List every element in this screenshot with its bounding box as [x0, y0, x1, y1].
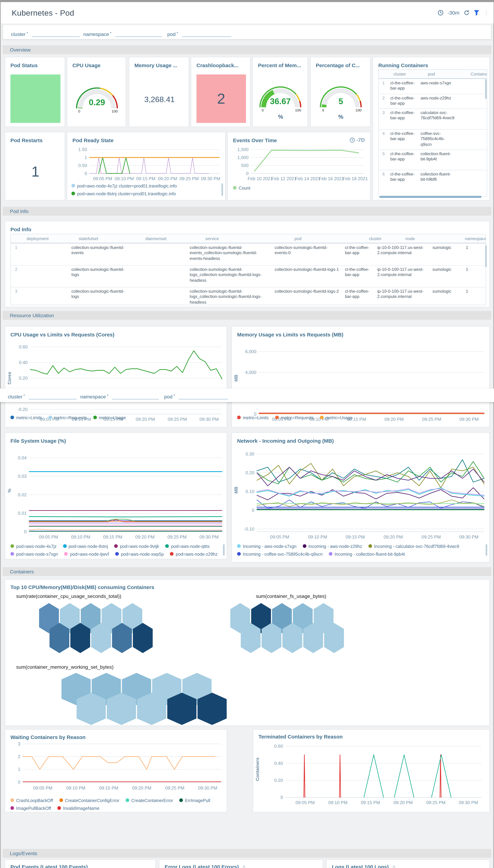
waiting-containers-chart[interactable]: 321009:05 PM09:10 PM09:15 PM09:20 PM09:2…: [6, 737, 227, 795]
time-range-label[interactable]: -30m: [448, 10, 459, 16]
pod-ready-chart[interactable]: 1.5010.50009:05 PM09:10 PM09:15 PM09:20 …: [69, 145, 224, 185]
legend-item[interactable]: pod=aws-node-8stnj cluster=prod01.travel…: [71, 191, 176, 196]
hexagon-cell[interactable]: [167, 693, 196, 725]
hexagon-cell[interactable]: [282, 623, 302, 653]
file-system-usage-chart[interactable]: 0.040.030.020.01009:05 PM09:10 PM09:15 P…: [6, 445, 227, 542]
cpu-usage-gauge[interactable]: 0.290100: [75, 82, 119, 114]
legend-item[interactable]: [329, 559, 333, 560]
vertical-scrollbar[interactable]: [221, 183, 223, 196]
hexagon-cell[interactable]: [50, 623, 69, 653]
terminated-containers-chart[interactable]: 0.600.400.20009:05 PM09:10 PM09:15 PM09:…: [254, 738, 488, 811]
column-header[interactable]: daemonset: [143, 234, 203, 243]
legend-item[interactable]: pod=aws-node-s7xgn: [11, 551, 58, 557]
column-header[interactable]: cluster: [367, 234, 403, 243]
column-header[interactable]: deployment: [24, 234, 77, 243]
network-chart[interactable]: 0.300.200.100-0.1009:05 PM09:10 PM09:15 …: [233, 445, 489, 542]
memory-vs-limits-chart[interactable]: 6,0004,0002,000009:05 PM09:10 PM09:15 PM…: [233, 338, 489, 428]
table-row[interactable]: 2cl-the-coffee-bar-appaws-node-z29hz: [379, 94, 487, 108]
hexagon-cell[interactable]: [303, 623, 323, 653]
hexagon-cell[interactable]: [241, 623, 261, 653]
column-header[interactable]: statefulset: [77, 234, 143, 243]
legend-item[interactable]: Incoming - collection-fluent-bit-h9bf6: [237, 559, 313, 560]
table-row[interactable]: 1collection-sumologic-fluentd-eventscoll…: [11, 243, 486, 265]
legend-item[interactable]: [319, 559, 323, 560]
clock-icon[interactable]: [438, 10, 443, 16]
vertical-scrollbar[interactable]: [223, 544, 225, 556]
legend-item[interactable]: CreateContainerError: [126, 797, 173, 803]
legend-item[interactable]: CrashLoopBackOff: [11, 797, 53, 803]
legend-item[interactable]: pod=aws-node-4x7jz: [11, 543, 57, 549]
hexagon-cell[interactable]: [324, 623, 344, 653]
panel-title: Pod Info: [11, 226, 31, 232]
column-header[interactable]: Containe: [469, 70, 487, 78]
legend-item[interactable]: InvalidImageName: [57, 805, 99, 811]
legend-item[interactable]: Incoming - calculator-svc-76cdf7fd69-4vw…: [368, 543, 459, 549]
vertical-scrollbar[interactable]: [485, 79, 487, 99]
kebab-menu-icon[interactable]: ⋮: [483, 9, 489, 16]
hexagon-cell[interactable]: [112, 623, 132, 653]
pod-input[interactable]: [178, 393, 228, 399]
legend-item[interactable]: ImagePullBackOff: [11, 805, 51, 811]
legend-item[interactable]: pod=aws-node-8stnj: [63, 543, 108, 549]
legend-item[interactable]: Incoming - coffee-svc-75895c4c4b-q9scn: [237, 551, 323, 557]
events-over-time-chart[interactable]: 1,5001,0005000Feb 10 2021Feb 12 2021Feb …: [229, 145, 369, 185]
column-header[interactable]: pod: [426, 70, 469, 78]
panel-time-override[interactable]: -7D: [350, 137, 365, 143]
legend-item[interactable]: pod=aws-node-z29hz: [170, 551, 217, 557]
vertical-scrollbar[interactable]: [486, 544, 488, 556]
horizontal-scrollbar[interactable]: [379, 196, 481, 198]
table-row[interactable]: 5cl-the-coffee-bar-appcollection-fluent-…: [379, 150, 487, 170]
column-header[interactable]: node: [403, 234, 463, 243]
legend-item[interactable]: pod=aws-node-tjwvf: [64, 551, 109, 557]
legend-item[interactable]: Incoming - aws-node-z29hz: [303, 543, 362, 549]
table-row[interactable]: 3cl-the-coffee-bar-appcalculator-svc-76c…: [379, 108, 487, 129]
table-row[interactable]: 4cl-the-coffee-bar-appcoffee-svc-75895c4…: [379, 129, 487, 150]
namespace-input[interactable]: [115, 31, 162, 37]
legend-item[interactable]: pod=aws-node-4x7jz cluster=prod01.travel…: [71, 183, 177, 189]
legend-item[interactable]: Incoming - aws-node-s7xgn: [237, 543, 297, 549]
legend-item[interactable]: metric=Limits: [11, 415, 42, 420]
table-row[interactable]: 1cl-the-coffee-bar-appaws-node-s7xgn: [379, 79, 487, 94]
column-header[interactable]: cluster: [391, 70, 426, 78]
table-cell: [457, 130, 486, 150]
vertical-scrollbar[interactable]: [485, 245, 487, 267]
hexagon-cell[interactable]: [70, 623, 90, 653]
hexagon-cell[interactable]: [197, 693, 227, 725]
cluster-input[interactable]: [28, 393, 76, 399]
table-row[interactable]: 6cl-the-coffee-bar-appcollection-fluent-…: [379, 170, 487, 190]
legend-item[interactable]: pod=aws-node-9vtjk: [114, 543, 159, 549]
legend-item[interactable]: Incoming - collection-fluent-bit-9pb4t: [329, 551, 405, 557]
cpu-vs-limits-chart[interactable]: 0.600.400.200-0.2009:05 PM09:10 PM09:15 …: [6, 338, 227, 428]
legend-item[interactable]: Count: [233, 185, 250, 191]
legend-item[interactable]: metric=Requests: [275, 415, 314, 420]
column-header[interactable]: namespace: [463, 234, 486, 243]
refresh-icon[interactable]: [463, 10, 469, 16]
percent-memory-gauge[interactable]: 36.670100: [258, 81, 303, 113]
filter-icon[interactable]: [474, 10, 479, 16]
table-row[interactable]: 2collection-sumologic-fluentd-logscollec…: [11, 265, 486, 287]
hexagon-cell[interactable]: [77, 693, 106, 725]
crashloopback-block[interactable]: 2: [196, 75, 246, 123]
hexagon-cell[interactable]: [133, 623, 153, 653]
percent-cpu-gauge[interactable]: 50100: [318, 81, 363, 113]
hexagon-cell[interactable]: [262, 623, 281, 653]
namespace-input[interactable]: [112, 393, 159, 399]
hexagon-cell[interactable]: [107, 693, 136, 725]
cluster-input[interactable]: [32, 31, 79, 37]
panel-cpu-usage: CPU Usage 0.290100: [67, 57, 126, 127]
legend-item[interactable]: ErrImagePull: [179, 797, 210, 803]
hexagon-cell[interactable]: [91, 623, 111, 653]
pod-status-block[interactable]: [11, 75, 60, 123]
table-row[interactable]: 3collection-sumologic-fluentd-logscollec…: [11, 287, 486, 304]
legend-item[interactable]: CreateContainerConfigError: [59, 797, 119, 803]
legend-item[interactable]: metric=Usage: [320, 415, 353, 420]
legend-item[interactable]: pod=aws-node-qttts: [165, 543, 209, 549]
hexagon-cell[interactable]: [137, 693, 166, 725]
legend-item[interactable]: metric=Requests: [48, 415, 87, 420]
column-header[interactable]: pod: [292, 234, 367, 243]
column-header[interactable]: service: [203, 234, 292, 243]
pod-input[interactable]: [182, 31, 231, 37]
legend-item[interactable]: pod=aws-node-xwp5p: [115, 551, 164, 557]
legend-item[interactable]: metric=Usage: [93, 415, 126, 420]
legend-item[interactable]: metric=Limits: [237, 415, 269, 420]
